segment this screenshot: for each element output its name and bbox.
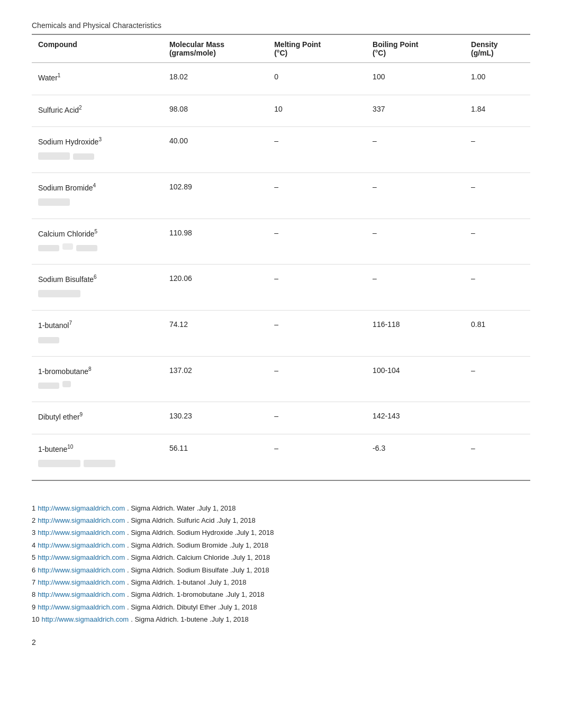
mol-mass-cell: 74.12 <box>163 310 268 356</box>
footnote-link[interactable]: http://www.sigmaaldrich.com <box>38 526 125 539</box>
melting-point-cell: – <box>268 265 366 311</box>
density-cell: – <box>465 265 530 311</box>
footnote-item: 3 http://www.sigmaaldrich.com. Sigma Ald… <box>32 526 530 539</box>
page-number: 2 <box>32 638 530 647</box>
col-header-boiling: Boiling Point(°C) <box>366 34 465 63</box>
footnote-link[interactable]: http://www.sigmaaldrich.com <box>38 539 125 551</box>
chemicals-table: Compound Molecular Mass(grams/mole) Melt… <box>32 34 530 481</box>
table-row: Calcium Chloride5110.98––– <box>32 219 530 265</box>
footnote-item: 2 http://www.sigmaaldrich.com. Sigma Ald… <box>32 514 530 526</box>
footnote-text: . Sigma Aldrich. 1-butene .July 1, 2018 <box>131 613 249 625</box>
boiling-point-cell: – <box>366 127 465 173</box>
boiling-point-cell: 100-104 <box>366 356 465 402</box>
footnotes-section: 1 http://www.sigmaaldrich.com. Sigma Ald… <box>32 502 530 626</box>
footnote-number: 7 <box>32 576 35 588</box>
boiling-point-cell: 100 <box>366 63 465 95</box>
footnote-link[interactable]: http://www.sigmaaldrich.com <box>38 551 125 563</box>
table-row: Sulfuric Acid298.08103371.84 <box>32 95 530 127</box>
footnote-number: 6 <box>32 564 35 576</box>
melting-point-cell: – <box>268 127 366 173</box>
density-cell: – <box>465 356 530 402</box>
footnote-item: 6 http://www.sigmaaldrich.com. Sigma Ald… <box>32 564 530 576</box>
melting-point-cell: 10 <box>268 95 366 127</box>
density-cell: – <box>465 127 530 173</box>
compound-cell: 1-bromobutane8 <box>32 356 163 402</box>
footnote-text: . Sigma Aldrich. Sodium Bisulfate .July … <box>127 564 269 576</box>
table-row: Dibutyl ether9130.23–142-143 <box>32 402 530 434</box>
footnote-item: 8 http://www.sigmaaldrich.com. Sigma Ald… <box>32 588 530 600</box>
mol-mass-cell: 137.02 <box>163 356 268 402</box>
compound-cell: Dibutyl ether9 <box>32 402 163 434</box>
col-header-mol-mass: Molecular Mass(grams/mole) <box>163 34 268 63</box>
footnote-text: . Sigma Aldrich. 1-bromobutane .July 1, … <box>127 588 264 600</box>
density-cell <box>465 402 530 434</box>
compound-cell: Sodium Bromide4 <box>32 172 163 219</box>
footnote-number: 3 <box>32 526 35 539</box>
density-cell: – <box>465 219 530 265</box>
footnote-text: . Sigma Aldrich. Water .July 1, 2018 <box>127 502 235 514</box>
density-cell: – <box>465 434 530 480</box>
footnote-link[interactable]: http://www.sigmaaldrich.com <box>38 601 125 613</box>
density-cell: 1.84 <box>465 95 530 127</box>
compound-cell: Sodium Hydroxide3 <box>32 127 163 173</box>
melting-point-cell: 0 <box>268 63 366 95</box>
table-row: Sodium Bisulfate6120.06––– <box>32 265 530 311</box>
mol-mass-cell: 18.02 <box>163 63 268 95</box>
melting-point-cell: – <box>268 434 366 480</box>
table-row: 1-butanol774.12–116-1180.81 <box>32 310 530 356</box>
footnote-number: 1 <box>32 502 35 514</box>
footnote-item: 5 http://www.sigmaaldrich.com. Sigma Ald… <box>32 551 530 563</box>
table-row: 1-bromobutane8137.02–100-104– <box>32 356 530 402</box>
compound-cell: 1-butene10 <box>32 434 163 480</box>
footnote-item: 1 http://www.sigmaaldrich.com. Sigma Ald… <box>32 502 530 514</box>
compound-cell: 1-butanol7 <box>32 310 163 356</box>
compound-cell: Sodium Bisulfate6 <box>32 265 163 311</box>
table-row: Water118.0201001.00 <box>32 63 530 95</box>
footnote-item: 7 http://www.sigmaaldrich.com. Sigma Ald… <box>32 576 530 588</box>
footnote-number: 5 <box>32 551 35 563</box>
density-cell: – <box>465 172 530 219</box>
mol-mass-cell: 120.06 <box>163 265 268 311</box>
footnote-number: 2 <box>32 514 35 526</box>
footnote-link[interactable]: http://www.sigmaaldrich.com <box>38 564 125 576</box>
footnote-link[interactable]: http://www.sigmaaldrich.com <box>38 576 125 588</box>
density-cell: 1.00 <box>465 63 530 95</box>
footnote-link[interactable]: http://www.sigmaaldrich.com <box>41 613 129 625</box>
mol-mass-cell: 110.98 <box>163 219 268 265</box>
mol-mass-cell: 98.08 <box>163 95 268 127</box>
table-row: Sodium Bromide4102.89––– <box>32 172 530 219</box>
melting-point-cell: – <box>268 356 366 402</box>
footnote-link[interactable]: http://www.sigmaaldrich.com <box>38 588 125 600</box>
footnote-text: . Sigma Aldrich. Sulfuric Acid .July 1, … <box>127 514 256 526</box>
footnote-text: . Sigma Aldrich. Sodium Bromide .July 1,… <box>127 539 268 551</box>
footnote-number: 8 <box>32 588 35 600</box>
boiling-point-cell: – <box>366 219 465 265</box>
footnote-number: 4 <box>32 539 35 551</box>
compound-cell: Calcium Chloride5 <box>32 219 163 265</box>
mol-mass-cell: 56.11 <box>163 434 268 480</box>
col-header-melting: Melting Point(°C) <box>268 34 366 63</box>
footnote-text: . Sigma Aldrich. Sodium Hydroxide .July … <box>127 526 274 539</box>
boiling-point-cell: 116-118 <box>366 310 465 356</box>
boiling-point-cell: 337 <box>366 95 465 127</box>
boiling-point-cell: 142-143 <box>366 402 465 434</box>
mol-mass-cell: 40.00 <box>163 127 268 173</box>
page-title: Chemicals and Physical Characteristics <box>32 21 530 30</box>
footnote-item: 4 http://www.sigmaaldrich.com. Sigma Ald… <box>32 539 530 551</box>
boiling-point-cell: – <box>366 265 465 311</box>
footnote-text: . Sigma Aldrich. Dibutyl Ether .July 1, … <box>127 601 257 613</box>
footnote-number: 10 <box>32 613 39 625</box>
footnote-item: 10 http://www.sigmaaldrich.com. Sigma Al… <box>32 613 530 625</box>
footnote-item: 9 http://www.sigmaaldrich.com. Sigma Ald… <box>32 601 530 613</box>
compound-cell: Sulfuric Acid2 <box>32 95 163 127</box>
melting-point-cell: – <box>268 172 366 219</box>
footnote-link[interactable]: http://www.sigmaaldrich.com <box>38 514 125 526</box>
mol-mass-cell: 130.23 <box>163 402 268 434</box>
melting-point-cell: – <box>268 310 366 356</box>
footnote-link[interactable]: http://www.sigmaaldrich.com <box>38 502 125 514</box>
footnote-text: . Sigma Aldrich. 1-butanol .July 1, 2018 <box>127 576 246 588</box>
density-cell: 0.81 <box>465 310 530 356</box>
compound-cell: Water1 <box>32 63 163 95</box>
melting-point-cell: – <box>268 219 366 265</box>
col-header-density: Density(g/mL) <box>465 34 530 63</box>
